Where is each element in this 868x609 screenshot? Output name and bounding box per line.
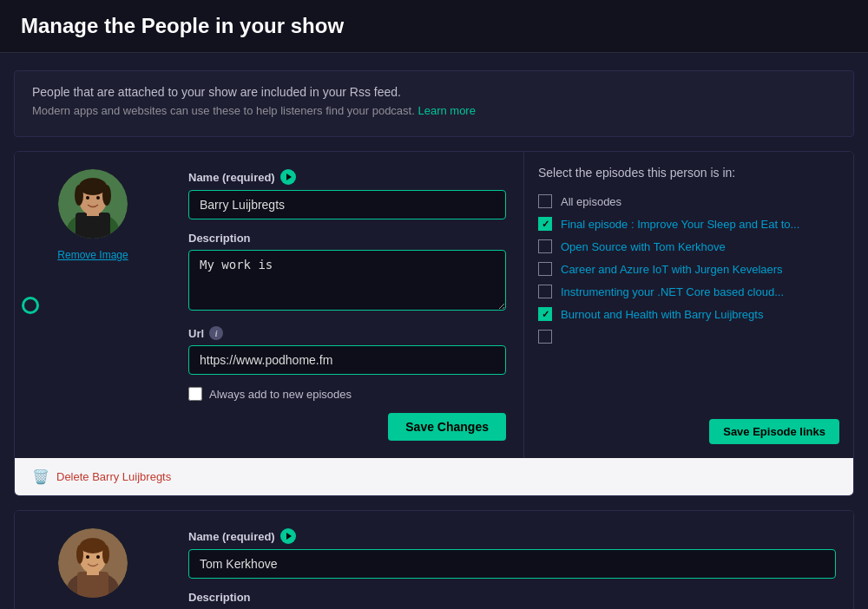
ep-checkbox-0[interactable] — [538, 194, 552, 208]
delete-button-1[interactable]: Delete Barry Luijbregts — [56, 470, 171, 483]
svg-point-8 — [86, 196, 89, 200]
name-label-1: Name (required) — [188, 169, 506, 185]
person-card-1: Remove Image Name (required) Description… — [14, 151, 854, 496]
episode-item-6 — [538, 325, 836, 348]
description-group-2: Description — [188, 591, 836, 609]
svg-point-16 — [76, 545, 83, 564]
save-episode-links-button-1[interactable]: Save Episode links — [709, 419, 839, 444]
person-avatar-section-2 — [15, 511, 171, 609]
banner-main-text: People that are attached to your show ar… — [32, 85, 836, 99]
name-label-2: Name (required) — [188, 528, 836, 544]
ep-label-3[interactable]: Career and Azure IoT with Jurgen Kevelae… — [561, 263, 783, 276]
ep-checkbox-6[interactable] — [538, 330, 552, 344]
name-group-1: Name (required) — [188, 169, 506, 219]
always-add-row-1: Always add to new episodes — [188, 387, 506, 401]
person-radio-1[interactable] — [22, 297, 39, 314]
svg-point-6 — [75, 185, 83, 206]
episode-item-5: Burnout and Health with Barry Luijbregts — [538, 303, 836, 325]
svg-point-7 — [102, 185, 111, 206]
person-form-2: Name (required) Description — [171, 511, 853, 609]
save-changes-button-1[interactable]: Save Changes — [388, 413, 506, 441]
ep-label-1[interactable]: Final episode : Improve Your Sleep and E… — [561, 218, 799, 231]
remove-image-link-1[interactable]: Remove Image — [57, 249, 128, 261]
avatar-svg-1 — [58, 169, 128, 239]
name-input-1[interactable] — [188, 190, 506, 219]
play-icon-1[interactable] — [280, 169, 296, 185]
page-header: Manage the People in your show — [0, 0, 868, 53]
play-icon-2[interactable] — [280, 528, 296, 544]
always-add-label-1: Always add to new episodes — [209, 388, 352, 401]
svg-point-17 — [102, 545, 109, 564]
person-card-inner-2: Name (required) Description — [15, 511, 853, 609]
save-row-1: Always add to new episodes Save Changes — [188, 387, 506, 441]
url-input-1[interactable] — [188, 345, 506, 375]
person-card-2: Name (required) Description — [14, 510, 854, 609]
person-footer-1: 🗑️ Delete Barry Luijbregts — [15, 458, 853, 495]
url-info-icon-1[interactable]: i — [209, 326, 223, 340]
ep-checkbox-4[interactable] — [538, 285, 552, 298]
name-input-2[interactable] — [188, 549, 836, 579]
description-group-1: Description My work is — [188, 232, 506, 314]
svg-rect-12 — [77, 572, 108, 598]
svg-point-9 — [96, 196, 100, 200]
svg-rect-2 — [76, 213, 110, 239]
episode-item-0: All episodes — [538, 190, 836, 213]
radio-indicator — [22, 297, 39, 314]
ep-label-2[interactable]: Open Source with Tom Kerkhove — [561, 240, 726, 253]
description-label-2: Description — [188, 591, 836, 604]
delete-icon-1: 🗑️ — [32, 468, 49, 485]
ep-label-4[interactable]: Instrumenting your .NET Core based cloud… — [561, 285, 784, 298]
person-card-inner-1: Remove Image Name (required) Description… — [15, 152, 853, 458]
page-body: People that are attached to your show ar… — [0, 53, 868, 609]
url-group-1: Url i — [188, 326, 506, 375]
episodes-panel-1: Select the episodes this person is in: A… — [523, 152, 853, 458]
svg-point-18 — [86, 555, 89, 559]
person-avatar-section-1: Remove Image — [15, 152, 171, 458]
url-label-1: Url i — [188, 326, 506, 340]
name-group-2: Name (required) — [188, 528, 836, 579]
info-banner: People that are attached to your show ar… — [14, 70, 854, 137]
person-form-1: Name (required) Description My work is U… — [171, 152, 523, 458]
episode-item-1: Final episode : Improve Your Sleep and E… — [538, 213, 836, 235]
avatar-2 — [58, 528, 128, 598]
always-add-checkbox-1[interactable] — [188, 387, 202, 401]
ep-checkbox-5[interactable] — [538, 307, 552, 321]
page-title: Manage the People in your show — [21, 14, 847, 38]
episode-item-3: Career and Azure IoT with Jurgen Kevelae… — [538, 258, 836, 280]
episodes-title-1: Select the episodes this person is in: — [538, 166, 839, 180]
avatar-svg-2 — [58, 528, 128, 598]
ep-checkbox-2[interactable] — [538, 239, 552, 253]
episode-item-2: Open Source with Tom Kerkhove — [538, 235, 836, 258]
svg-point-15 — [80, 538, 106, 553]
episode-item-4: Instrumenting your .NET Core based cloud… — [538, 280, 836, 303]
banner-sub-text: Modern apps and websites can use these t… — [32, 104, 836, 117]
avatar-1 — [58, 169, 128, 239]
ep-checkbox-3[interactable] — [538, 262, 552, 276]
description-textarea-1[interactable]: My work is — [188, 250, 506, 311]
ep-label-0[interactable]: All episodes — [561, 195, 621, 208]
svg-point-19 — [96, 555, 100, 559]
episode-list-1[interactable]: All episodes Final episode : Improve You… — [538, 190, 839, 348]
ep-checkbox-1[interactable] — [538, 217, 552, 231]
ep-label-5[interactable]: Burnout and Health with Barry Luijbregts — [561, 308, 763, 321]
learn-more-link[interactable]: Learn more — [418, 104, 475, 117]
description-label-1: Description — [188, 232, 506, 245]
